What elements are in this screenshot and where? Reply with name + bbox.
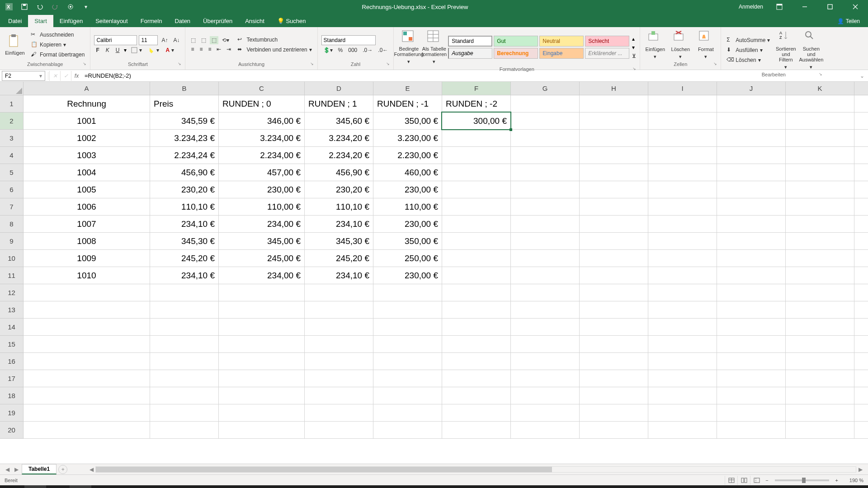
cell-F2[interactable]: 300,00 € (442, 113, 511, 130)
row-header-16[interactable]: 16 (0, 353, 24, 370)
cell-A2[interactable]: 1001 (24, 113, 150, 130)
cell-D19[interactable] (305, 404, 373, 422)
fill-button[interactable]: ⬇Ausfüllen ▾ (725, 46, 772, 55)
row-header-20[interactable]: 20 (0, 422, 24, 439)
cell-H11[interactable] (580, 267, 648, 284)
cell-D18[interactable] (305, 387, 373, 404)
thousands-icon[interactable]: 000 (346, 46, 359, 54)
select-all-corner[interactable] (0, 82, 24, 95)
cell-D12[interactable] (305, 284, 373, 301)
cell-C11[interactable]: 234,00 € (219, 267, 305, 284)
cell-D14[interactable] (305, 319, 373, 336)
cell-G2[interactable] (511, 113, 580, 130)
cell-G16[interactable] (511, 353, 580, 370)
cell-G3[interactable] (511, 130, 580, 147)
cell-D8[interactable]: 234,10 € (305, 216, 373, 233)
cell-E17[interactable] (373, 370, 442, 387)
cell-I13[interactable] (648, 301, 717, 319)
zoom-out-icon[interactable]: − (763, 478, 771, 483)
find-select-button[interactable]: Suchen und Auswählen▾ (800, 29, 822, 71)
cell-C3[interactable]: 3.234,00 € (219, 130, 305, 147)
cell-B19[interactable] (150, 404, 219, 422)
cancel-icon[interactable]: ✕ (49, 71, 60, 81)
cell-E13[interactable] (373, 301, 442, 319)
tab-daten[interactable]: Daten (168, 15, 197, 27)
cell-J10[interactable] (717, 250, 786, 267)
sheet-nav-prev-icon[interactable]: ◀ (4, 466, 11, 473)
cell-A9[interactable]: 1008 (24, 233, 150, 250)
row-header-5[interactable]: 5 (0, 164, 24, 181)
cell-C6[interactable]: 230,00 € (219, 181, 305, 198)
format-painter-button[interactable]: 🖌Format übertragen (29, 50, 86, 59)
row-header-7[interactable]: 7 (0, 198, 24, 216)
cell-H9[interactable] (580, 233, 648, 250)
cell-I17[interactable] (648, 370, 717, 387)
cell-F19[interactable] (442, 404, 511, 422)
ribbon-display-icon[interactable] (770, 0, 788, 14)
cell-E4[interactable]: 2.230,00 € (373, 147, 442, 164)
cell-F18[interactable] (442, 387, 511, 404)
cell-I2[interactable] (648, 113, 717, 130)
cell-H19[interactable] (580, 404, 648, 422)
share-button[interactable]: 👤Teilen (831, 15, 866, 27)
column-header-D[interactable]: D (305, 82, 373, 95)
cell-C7[interactable]: 110,00 € (219, 198, 305, 216)
tab-start[interactable]: Start (28, 15, 53, 27)
cell-H18[interactable] (580, 387, 648, 404)
cell-D17[interactable] (305, 370, 373, 387)
align-left-icon[interactable]: ≡ (189, 45, 196, 53)
cell-style-berechnung[interactable]: Berechnung (494, 48, 538, 59)
cell-D2[interactable]: 345,60 € (305, 113, 373, 130)
cell-C5[interactable]: 457,00 € (219, 164, 305, 181)
format-as-table-button[interactable]: Als Tabelle formatieren▾ (423, 29, 445, 66)
cell-H12[interactable] (580, 284, 648, 301)
cell-G13[interactable] (511, 301, 580, 319)
decrease-indent-icon[interactable]: ⇤ (215, 45, 223, 53)
cell-F16[interactable] (442, 353, 511, 370)
name-box[interactable]: F2▾ (2, 71, 45, 81)
cell-K10[interactable] (786, 250, 854, 267)
cell-D13[interactable] (305, 301, 373, 319)
cell-C16[interactable] (219, 353, 305, 370)
normal-view-icon[interactable] (725, 476, 737, 485)
cell-I9[interactable] (648, 233, 717, 250)
italic-button[interactable]: K (104, 46, 111, 54)
cell-H14[interactable] (580, 319, 648, 336)
cell-B9[interactable]: 345,30 € (150, 233, 219, 250)
cell-overflow[interactable] (854, 198, 868, 216)
cell-F6[interactable] (442, 181, 511, 198)
cell-style-neutral[interactable]: Neutral (539, 36, 584, 47)
cell-G1[interactable] (511, 95, 580, 113)
cell-B1[interactable]: Preis (150, 95, 219, 113)
cell-C1[interactable]: RUNDEN ; 0 (219, 95, 305, 113)
row-header-8[interactable]: 8 (0, 216, 24, 233)
cut-button[interactable]: ✂Ausschneiden (29, 30, 86, 39)
cell-A14[interactable] (24, 319, 150, 336)
cell-overflow[interactable] (854, 95, 868, 113)
cell-K14[interactable] (786, 319, 854, 336)
cell-overflow[interactable] (854, 422, 868, 439)
hscroll-right-icon[interactable]: ▶ (856, 466, 864, 473)
cell-I7[interactable] (648, 198, 717, 216)
cell-B12[interactable] (150, 284, 219, 301)
cell-G17[interactable] (511, 370, 580, 387)
cell-J6[interactable] (717, 181, 786, 198)
cell-J12[interactable] (717, 284, 786, 301)
cell-J19[interactable] (717, 404, 786, 422)
cell-E18[interactable] (373, 387, 442, 404)
cell-F5[interactable] (442, 164, 511, 181)
row-header-18[interactable]: 18 (0, 387, 24, 404)
cell-A1[interactable]: Rechnung (24, 95, 150, 113)
row-header-1[interactable]: 1 (0, 95, 24, 113)
cell-J3[interactable] (717, 130, 786, 147)
cell-styles-more[interactable]: ▴▾⊻ (632, 36, 636, 59)
cell-overflow[interactable] (854, 353, 868, 370)
cell-F13[interactable] (442, 301, 511, 319)
cell-B5[interactable]: 456,90 € (150, 164, 219, 181)
add-sheet-button[interactable]: + (58, 465, 67, 474)
cell-K5[interactable] (786, 164, 854, 181)
store-icon[interactable] (47, 485, 69, 488)
cell-overflow[interactable] (854, 319, 868, 336)
cell-J8[interactable] (717, 216, 786, 233)
cell-D1[interactable]: RUNDEN ; 1 (305, 95, 373, 113)
